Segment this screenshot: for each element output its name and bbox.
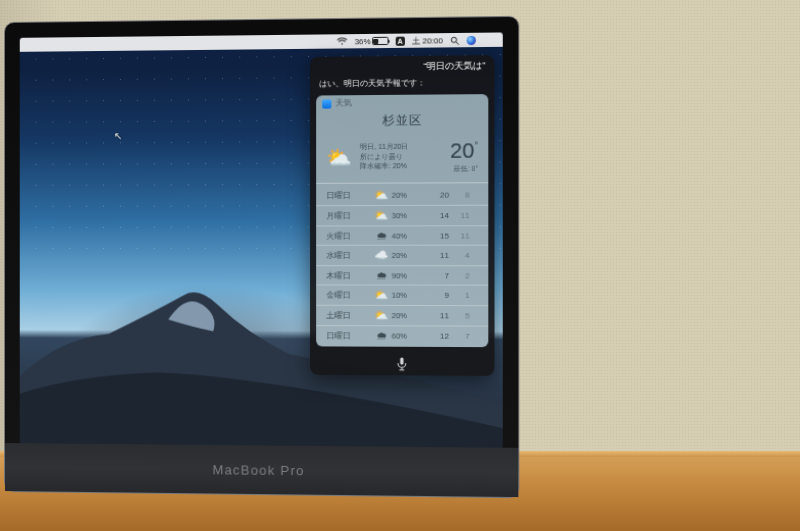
forecast-high: 7 <box>422 271 449 280</box>
weather-condition-icon: ⛅ <box>326 147 351 167</box>
weather-card[interactable]: 天気 杉並区 ⛅ 明日, 11月20日 所により曇り 降水確率: 20% <box>316 94 488 347</box>
display: ↖ 36% A 土 20:00 <box>20 32 503 447</box>
forecast-row[interactable]: 金曜日⛅10%91 <box>316 284 488 305</box>
laptop-bezel: ↖ 36% A 土 20:00 <box>4 16 519 498</box>
forecast-icon: 🌧 <box>371 269 391 281</box>
forecast-icon: 🌧 <box>371 229 391 241</box>
forecast-day: 金曜日 <box>326 290 371 301</box>
forecast-high: 14 <box>422 211 449 220</box>
forecast-precip: 30% <box>392 211 423 220</box>
forecast-precip: 40% <box>392 231 423 240</box>
forecast-row[interactable]: 水曜日☁️20%114 <box>316 245 488 265</box>
forecast-day: 火曜日 <box>326 230 371 241</box>
svg-rect-2 <box>400 357 403 364</box>
forecast-precip: 90% <box>392 271 423 280</box>
siri-mic-button[interactable] <box>310 352 494 375</box>
weather-summary: ⛅ 明日, 11月20日 所により曇り 降水確率: 20% 20° <box>316 134 488 184</box>
siri-panel: 明日の天気は はい、明日の天気予報です： 天気 杉並区 ⛅ 明 <box>310 55 494 376</box>
forecast-high: 9 <box>422 291 449 300</box>
forecast-day: 日曜日 <box>326 330 371 341</box>
spotlight-icon[interactable] <box>450 36 459 45</box>
battery-status[interactable]: 36% <box>354 36 388 46</box>
svg-line-1 <box>456 42 458 44</box>
forecast-row[interactable]: 日曜日🌧60%127 <box>316 325 488 345</box>
svg-point-0 <box>451 37 456 42</box>
forecast-day: 月曜日 <box>326 210 371 221</box>
forecast-high: 12 <box>422 331 449 340</box>
forecast-low: 4 <box>449 251 470 260</box>
forecast-row[interactable]: 火曜日🌧40%1511 <box>316 225 488 245</box>
forecast-icon: ⛅ <box>371 289 391 302</box>
siri-user-query: 明日の天気は <box>310 55 494 77</box>
forecast-icon: ⛅ <box>371 309 391 322</box>
weather-precip: 降水確率: 20% <box>360 161 409 171</box>
forecast-row[interactable]: 木曜日🌧90%72 <box>316 265 488 285</box>
weather-app-icon <box>322 99 331 108</box>
siri-icon[interactable] <box>467 35 476 44</box>
notification-center-icon[interactable] <box>483 35 494 44</box>
laptop-model-label: MacBook Pro <box>212 462 304 478</box>
laptop-chin: MacBook Pro <box>5 443 518 497</box>
clock[interactable]: 土 20:00 <box>412 35 443 47</box>
forecast-precip: 20% <box>392 251 423 260</box>
forecast-row[interactable]: 土曜日⛅20%115 <box>316 305 488 326</box>
battery-icon <box>372 37 388 45</box>
siri-response-text: はい、明日の天気予報です： <box>310 76 494 96</box>
forecast-day: 水曜日 <box>326 250 371 261</box>
forecast-icon: ⛅ <box>371 209 391 222</box>
forecast-precip: 20% <box>392 311 423 320</box>
weather-location: 杉並区 <box>316 109 488 135</box>
weather-date: 明日, 11月20日 <box>360 142 409 152</box>
forecast-low: 11 <box>449 211 470 220</box>
forecast-precip: 20% <box>392 191 423 200</box>
wifi-icon[interactable] <box>336 37 347 45</box>
forecast-icon: 🌧 <box>371 329 391 341</box>
forecast-precip: 10% <box>392 291 423 300</box>
forecast-row[interactable]: 日曜日⛅20%208 <box>316 185 488 205</box>
forecast-low: 7 <box>449 331 470 340</box>
forecast-low: 5 <box>449 311 470 320</box>
weather-card-caption: 天気 <box>316 94 488 111</box>
forecast-low: 2 <box>449 271 470 280</box>
forecast-precip: 60% <box>392 331 423 340</box>
forecast-low: 11 <box>449 231 470 240</box>
forecast-day: 日曜日 <box>326 190 371 201</box>
forecast-row[interactable]: 月曜日⛅30%1411 <box>316 205 488 226</box>
forecast-high: 11 <box>422 251 449 260</box>
mouse-cursor: ↖ <box>114 130 122 141</box>
forecast-high: 15 <box>422 231 449 240</box>
weather-condition: 所により曇り <box>360 152 409 162</box>
battery-pct-label: 36% <box>354 36 370 45</box>
forecast-list: 日曜日⛅20%208月曜日⛅30%1411火曜日🌧40%1511水曜日☁️20%… <box>316 183 488 347</box>
input-source-indicator[interactable]: A <box>395 36 404 45</box>
weather-low: 最低: 8° <box>450 165 478 174</box>
weather-app-name: 天気 <box>335 98 351 108</box>
photo-scene: ↖ 36% A 土 20:00 <box>0 0 800 531</box>
forecast-day: 土曜日 <box>326 310 371 321</box>
forecast-icon: ☁️ <box>371 249 391 262</box>
forecast-high: 11 <box>422 311 449 320</box>
forecast-day: 木曜日 <box>326 270 371 281</box>
forecast-icon: ⛅ <box>371 189 391 202</box>
forecast-low: 1 <box>449 291 470 300</box>
forecast-high: 20 <box>422 191 449 200</box>
forecast-low: 8 <box>449 190 470 199</box>
weather-temp: 20° <box>450 138 478 163</box>
laptop: ↖ 36% A 土 20:00 <box>4 22 514 492</box>
